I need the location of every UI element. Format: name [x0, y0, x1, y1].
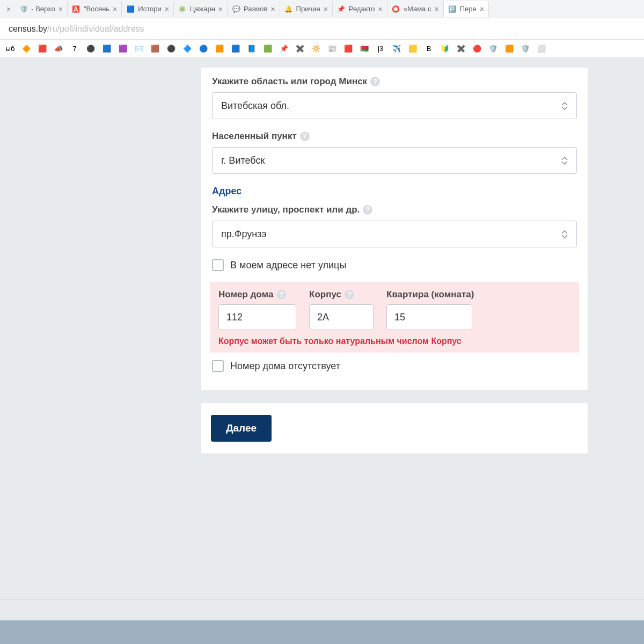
help-icon[interactable]: ? [363, 205, 372, 215]
house-input[interactable] [218, 304, 296, 330]
bookmark-icon[interactable]: 📰 [327, 44, 337, 54]
url-text: census.by/ru/poll/individual/address [9, 24, 144, 34]
bookmarks-bar: ыб🔶🟥📣7⚫🟦🟪✉️🟫⚫🔷🔵🟧🟦📘🟩📌✖️🔆📰🟥🇧🇾|3✈️🟨B🔰✖️🔴🛡️🟧… [0, 40, 644, 58]
browser-tab[interactable]: ⭕«Мама с× [387, 1, 444, 17]
apartment-input[interactable] [386, 304, 472, 330]
close-icon[interactable]: × [378, 5, 383, 13]
close-icon[interactable]: × [324, 5, 328, 13]
bookmark-icon[interactable]: 🟧 [215, 44, 224, 54]
tab-favicon: ⭕ [392, 5, 400, 13]
help-icon[interactable]: ? [345, 290, 354, 299]
browser-tab[interactable]: 🟦Истори× [122, 1, 174, 17]
address-form-card: Укажите область или город Минск ? Витебс… [201, 68, 588, 390]
stepper-icon [561, 157, 568, 165]
bookmark-icon[interactable]: ⚫ [166, 44, 176, 54]
help-icon[interactable]: ? [276, 290, 286, 299]
bookmark-icon[interactable]: 🔶 [21, 44, 31, 54]
checkbox-icon[interactable] [212, 360, 224, 372]
street-select[interactable]: пр.Фрунзэ [212, 221, 577, 247]
bookmark-icon[interactable]: 📘 [247, 44, 257, 54]
tab-title: "Восень [84, 5, 109, 13]
bookmark-icon[interactable]: 🟫 [150, 44, 160, 54]
bookmark-icon[interactable]: 🔰 [440, 44, 450, 54]
close-icon[interactable]: × [113, 5, 117, 13]
region-value: Витебская обл. [221, 100, 289, 112]
tab-title: Размов [244, 5, 267, 13]
bookmark-icon[interactable]: B [424, 44, 434, 54]
stepper-icon [561, 230, 568, 238]
bookmark-icon[interactable]: 🔷 [182, 44, 192, 54]
bookmark-icon[interactable]: 🟥 [343, 44, 353, 54]
bookmark-icon[interactable]: ✖️ [295, 44, 305, 54]
bookmark-icon[interactable]: ыб [5, 44, 15, 54]
browser-tab[interactable]: 🛡️- Верхо× [15, 1, 68, 17]
bookmark-icon[interactable]: 🔵 [199, 44, 208, 54]
tab-title: Причин [296, 5, 320, 13]
bookmark-icon[interactable]: ⬜ [537, 44, 546, 54]
no-street-checkbox-row[interactable]: В моем адресе нет улицы [212, 259, 577, 271]
close-icon[interactable]: × [270, 5, 275, 13]
bookmark-icon[interactable]: 🔴 [472, 44, 482, 54]
help-icon[interactable]: ? [300, 131, 310, 141]
bookmark-icon[interactable]: 🟧 [504, 44, 514, 54]
locality-select[interactable]: г. Витебск [212, 147, 577, 174]
no-street-label: В моем адресе нет улицы [230, 260, 346, 271]
browser-tab[interactable]: 🅰️"Восень× [68, 1, 122, 17]
bookmark-icon[interactable]: 🔆 [311, 44, 321, 54]
tab-title: Цяжарн [190, 5, 215, 13]
stepper-icon [561, 102, 568, 110]
locality-value: г. Витебск [221, 155, 265, 166]
tab-favicon: 🛡️ [19, 5, 28, 13]
browser-tab[interactable]: 🅿️Пере× [444, 1, 489, 17]
help-icon[interactable]: ? [370, 77, 380, 86]
bookmark-icon[interactable]: 🟦 [231, 44, 240, 54]
checkbox-icon[interactable] [212, 259, 224, 271]
close-icon[interactable]: × [58, 5, 63, 13]
os-taskbar [0, 620, 644, 644]
no-house-checkbox-row[interactable]: Номер дома отсутствует [212, 360, 577, 372]
close-icon[interactable]: × [480, 5, 484, 13]
bookmark-icon[interactable]: 🛡️ [488, 44, 498, 54]
address-section-title: Адрес [212, 186, 577, 197]
browser-tab[interactable]: 💬Размов× [228, 1, 280, 17]
bookmark-icon[interactable]: 🟩 [263, 44, 273, 54]
bookmark-icon[interactable]: 🟨 [408, 44, 418, 54]
building-label: Корпус ? [309, 289, 374, 300]
bookmark-icon[interactable]: |3 [376, 44, 385, 54]
bookmark-icon[interactable]: 📣 [54, 44, 63, 54]
bookmark-icon[interactable]: 7 [70, 44, 79, 54]
no-house-label: Номер дома отсутствует [230, 361, 340, 372]
tab-favicon: 📌 [337, 5, 346, 13]
bookmark-icon[interactable]: 🛡️ [521, 44, 530, 54]
bookmark-icon[interactable]: 🟦 [102, 44, 112, 54]
next-button[interactable]: Далее [211, 415, 272, 442]
error-message: Корпус может быть только натуральным чис… [218, 336, 570, 346]
close-icon[interactable]: × [6, 5, 11, 13]
apartment-label: Квартира (комната) [386, 289, 474, 300]
bookmark-icon[interactable]: 🇧🇾 [360, 44, 369, 54]
bookmark-icon[interactable]: 🟥 [38, 44, 47, 54]
close-icon[interactable]: × [218, 5, 223, 13]
tab-title: - Верхо [31, 5, 55, 13]
close-icon[interactable]: × [165, 5, 169, 13]
browser-tab[interactable]: 📌Редакто× [333, 1, 387, 17]
browser-tab[interactable]: 🔔Причин× [280, 1, 333, 17]
browser-tab[interactable]: ✳️Цяжарн× [174, 1, 228, 17]
bookmark-icon[interactable]: 📌 [279, 44, 289, 54]
bookmark-icon[interactable]: ✈️ [392, 44, 401, 54]
street-value: пр.Фрунзэ [221, 229, 267, 240]
close-icon[interactable]: × [434, 5, 438, 13]
tab-title: Истори [138, 5, 161, 13]
next-card: Далее [201, 403, 588, 453]
error-block: Номер дома ? Корпус ? [210, 282, 579, 353]
address-bar[interactable]: census.by/ru/poll/individual/address [0, 18, 644, 40]
bookmark-icon[interactable]: ✖️ [456, 44, 466, 54]
region-label: Укажите область или город Минск ? [212, 76, 577, 87]
bookmark-icon[interactable]: ⚫ [86, 44, 96, 54]
tab-favicon: 🔔 [284, 5, 293, 13]
bookmark-icon[interactable]: 🟪 [118, 44, 128, 54]
building-input[interactable] [309, 304, 374, 330]
region-select[interactable]: Витебская обл. [212, 92, 577, 119]
bookmark-icon[interactable]: ✉️ [134, 44, 144, 54]
tab-favicon: 💬 [232, 5, 240, 13]
